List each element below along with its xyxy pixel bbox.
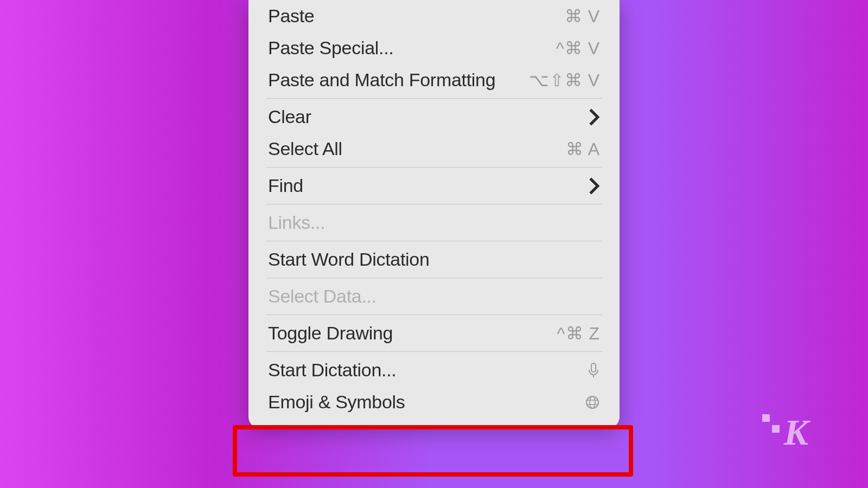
menu-item-emoji-symbols[interactable]: Emoji & Symbols <box>248 386 620 428</box>
shortcut-text: ^⌘ V <box>556 38 600 59</box>
menu-item-find[interactable]: Find <box>248 170 620 202</box>
menu-label: Paste and Match Formatting <box>268 69 495 91</box>
menu-label: Toggle Drawing <box>268 323 393 344</box>
menu-item-paste-match-formatting[interactable]: Paste and Match Formatting ⌥⇧⌘ V <box>248 64 620 96</box>
logo-dots-icon <box>762 414 780 433</box>
menu-label: Clear <box>268 106 311 127</box>
menu-divider <box>266 167 602 168</box>
menu-item-select-all[interactable]: Select All ⌘ A <box>248 133 620 165</box>
menu-item-select-data: Select Data... <box>248 280 620 312</box>
menu-item-paste-special[interactable]: Paste Special... ^⌘ V <box>248 32 620 64</box>
edit-menu: Paste ⌘ V Paste Special... ^⌘ V Paste an… <box>248 0 620 428</box>
annotation-highlight <box>233 425 633 477</box>
menu-divider <box>266 278 602 278</box>
menu-label: Select All <box>268 138 342 159</box>
svg-rect-0 <box>591 363 596 372</box>
svg-point-2 <box>586 396 598 408</box>
menu-item-links: Links... <box>248 207 620 239</box>
shortcut-text: ⌥⇧⌘ V <box>529 70 600 91</box>
microphone-icon <box>587 362 600 378</box>
menu-label: Links... <box>268 212 325 233</box>
menu-label: Paste <box>268 5 314 27</box>
menu-divider <box>266 241 602 241</box>
menu-label: Emoji & Symbols <box>268 391 405 413</box>
menu-label: Find <box>268 175 303 196</box>
globe-icon <box>585 395 600 410</box>
menu-item-paste[interactable]: Paste ⌘ V <box>248 0 620 32</box>
menu-label: Start Dictation... <box>268 359 396 381</box>
menu-item-toggle-drawing[interactable]: Toggle Drawing ^⌘ Z <box>248 317 620 349</box>
chevron-right-icon <box>588 177 600 195</box>
menu-label: Paste Special... <box>268 37 393 59</box>
menu-label: Select Data... <box>268 286 376 307</box>
menu-label: Start Word Dictation <box>268 249 430 270</box>
menu-item-start-word-dictation[interactable]: Start Word Dictation <box>248 243 620 275</box>
shortcut-text: ^⌘ Z <box>557 323 600 344</box>
chevron-right-icon <box>588 108 600 126</box>
menu-divider <box>266 314 602 315</box>
shortcut-text: ⌘ V <box>565 6 600 27</box>
menu-divider <box>266 204 602 204</box>
menu-item-clear[interactable]: Clear <box>248 101 620 133</box>
svg-point-3 <box>590 396 595 408</box>
shortcut-text: ⌘ A <box>566 139 600 159</box>
watermark-logo: K <box>762 411 808 454</box>
menu-divider <box>266 98 602 99</box>
logo-letter: K <box>784 411 808 454</box>
menu-divider <box>266 351 602 352</box>
menu-item-start-dictation[interactable]: Start Dictation... <box>248 354 620 386</box>
